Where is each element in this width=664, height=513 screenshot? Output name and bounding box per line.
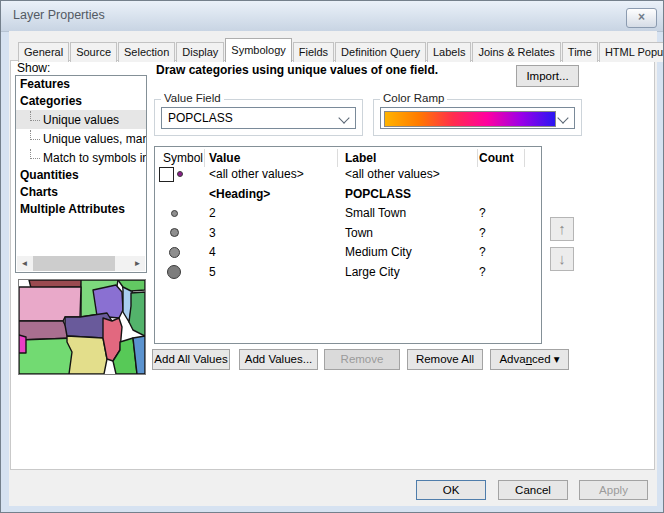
import-button[interactable]: Import...	[516, 65, 579, 87]
chevron-down-icon	[557, 112, 568, 123]
layer-properties-dialog: Layer Properties × GeneralSourceSelectio…	[0, 0, 664, 513]
add-values-button[interactable]: Add Values...	[239, 349, 318, 370]
value-cell: <Heading>	[209, 187, 270, 201]
col-symbol[interactable]: Symbol	[163, 151, 203, 165]
map-region-missouri	[67, 336, 107, 374]
value-cell: <all other values>	[209, 167, 304, 181]
move-up-button[interactable]: ↑	[550, 217, 574, 241]
tree-item-match-to-symbols-in-a[interactable]: Match to symbols in a	[16, 148, 146, 167]
window-title: Layer Properties	[13, 1, 105, 30]
symbol-dot-icon[interactable]	[167, 265, 181, 279]
table-row[interactable]: 2Small Town?	[155, 204, 541, 223]
table-row[interactable]: 5Large City?	[155, 263, 541, 282]
symbol-dot-icon[interactable]	[170, 228, 179, 237]
table-row[interactable]: 4Medium City?	[155, 243, 541, 262]
label-cell: POPCLASS	[345, 187, 411, 201]
tree-item-quantities[interactable]: Quantities	[16, 167, 146, 184]
all-other-values-checkbox[interactable]	[159, 167, 174, 182]
map-region-michigan	[129, 292, 145, 336]
tab-display[interactable]: Display	[176, 42, 224, 62]
value-cell: 3	[209, 226, 216, 240]
arrow-up-icon: ↑	[558, 220, 566, 237]
close-icon[interactable]: ×	[626, 8, 657, 28]
advanced-label-end: ced	[532, 353, 551, 365]
count-cell: ?	[479, 226, 486, 240]
value-cell: 4	[209, 245, 216, 259]
label-cell: Large City	[345, 265, 400, 279]
remove-button: Remove	[324, 349, 400, 370]
tree-horizontal-scrollbar[interactable]: ◄ ►	[17, 256, 145, 271]
color-ramp-legend: Color Ramp	[380, 92, 447, 104]
map-preview	[18, 279, 146, 375]
tab-fields[interactable]: Fields	[293, 42, 334, 62]
col-count[interactable]: Count	[479, 151, 514, 165]
label-cell: Town	[345, 226, 373, 240]
value-cell: 5	[209, 265, 216, 279]
table-row[interactable]: <all other values><all other values>	[155, 165, 541, 184]
scroll-thumb[interactable]	[33, 256, 115, 271]
add-all-values-button[interactable]: Add All Values	[152, 349, 230, 370]
tab-selection[interactable]: Selection	[118, 42, 175, 62]
color-ramp-group: Color Ramp	[373, 99, 582, 136]
dropdown-arrow-icon: ▾	[554, 353, 560, 365]
tab-labels[interactable]: Labels	[427, 42, 471, 62]
tab-general[interactable]: General	[18, 42, 69, 62]
map-region-colorado-edge	[19, 335, 26, 353]
apply-button: Apply	[579, 480, 648, 500]
tree-item-charts[interactable]: Charts	[16, 184, 146, 201]
value-field-dropdown[interactable]: POPCLASS	[161, 107, 356, 129]
remove-all-button[interactable]: Remove All	[407, 349, 483, 370]
table-row[interactable]: <Heading>POPCLASS	[155, 185, 541, 204]
tree-item-multiple-attributes[interactable]: Multiple Attributes	[16, 201, 146, 218]
symbol-dot-icon[interactable]	[177, 171, 183, 177]
title-bar[interactable]: Layer Properties ×	[1, 1, 663, 32]
tab-strip: GeneralSourceSelectionDisplaySymbologyFi…	[18, 38, 664, 61]
symbol-dot-icon[interactable]	[171, 210, 178, 217]
chevron-down-icon	[338, 112, 349, 123]
map-region-wisconsin	[93, 285, 123, 318]
move-down-button[interactable]: ↓	[550, 247, 574, 271]
advanced-label: Adva	[499, 353, 525, 365]
ok-button[interactable]: OK	[416, 480, 486, 500]
symbol-dot-icon[interactable]	[169, 247, 180, 258]
color-ramp-preview	[384, 111, 556, 127]
tab-source[interactable]: Source	[70, 42, 117, 62]
color-ramp-dropdown[interactable]	[380, 107, 575, 129]
count-cell: ?	[479, 245, 486, 259]
unique-values-table: Symbol Value Label Count <all other valu…	[154, 146, 542, 344]
draw-categories-heading: Draw categories using unique values of o…	[156, 63, 438, 77]
tab-time[interactable]: Time	[562, 42, 598, 62]
table-row[interactable]: 3Town?	[155, 224, 541, 243]
value-field-selected: POPCLASS	[168, 108, 233, 128]
value-field-group: Value Field POPCLASS	[154, 99, 363, 136]
tab-definition-query[interactable]: Definition Query	[335, 42, 426, 62]
cancel-button[interactable]: Cancel	[498, 480, 568, 500]
tree-item-features[interactable]: Features	[16, 76, 146, 93]
show-tree: FeaturesCategoriesUnique valuesUnique va…	[15, 75, 147, 273]
col-label[interactable]: Label	[345, 151, 376, 165]
tree-item-unique-values-many[interactable]: Unique values, many	[16, 129, 146, 148]
tab-symbology[interactable]: Symbology	[225, 38, 291, 62]
arrow-down-icon: ↓	[558, 250, 566, 267]
tab-html-popup[interactable]: HTML Popup	[599, 42, 664, 62]
value-field-legend: Value Field	[161, 92, 224, 104]
count-cell: ?	[479, 265, 486, 279]
show-label: Show:	[17, 61, 50, 75]
scroll-right-icon[interactable]: ►	[130, 256, 145, 271]
label-cell: Medium City	[345, 245, 412, 259]
tree-item-unique-values[interactable]: Unique values	[16, 110, 146, 129]
label-cell: Small Town	[345, 206, 406, 220]
tree-item-categories[interactable]: Categories	[16, 93, 146, 110]
col-value[interactable]: Value	[209, 151, 240, 165]
value-cell: 2	[209, 206, 216, 220]
tab-joins-relates[interactable]: Joins & Relates	[472, 42, 560, 62]
advanced-button[interactable]: Advanced ▾	[490, 349, 569, 370]
label-cell: <all other values>	[345, 167, 440, 181]
map-region-upper-michigan	[118, 280, 145, 291]
scroll-left-icon[interactable]: ◄	[17, 256, 32, 271]
map-region-south-dakota	[19, 287, 81, 321]
count-cell: ?	[479, 206, 486, 220]
